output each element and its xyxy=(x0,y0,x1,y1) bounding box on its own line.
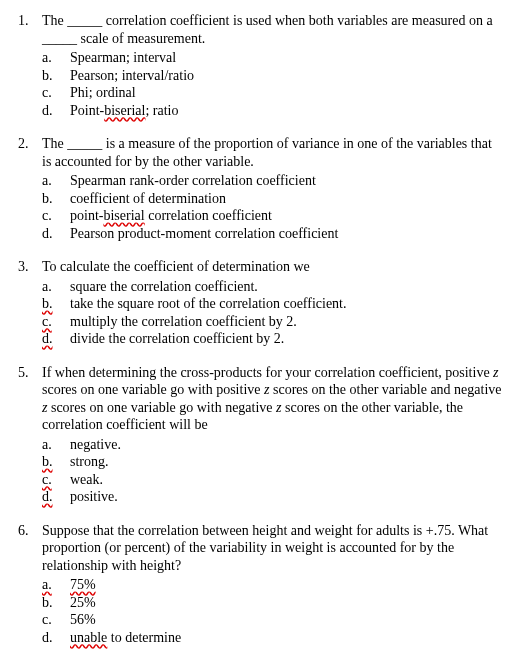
option-label: d. xyxy=(42,225,70,243)
option: a.negative. xyxy=(42,436,503,454)
option: b.strong. xyxy=(42,453,503,471)
option-label: c. xyxy=(42,611,70,629)
question-body: The _____ is a measure of the proportion… xyxy=(42,135,503,242)
question-number: 5. xyxy=(18,364,42,506)
option-text: multiply the correlation coefficient by … xyxy=(70,313,503,331)
option-label: b. xyxy=(42,453,70,471)
option-text: take the square root of the correlation … xyxy=(70,295,503,313)
question-number: 1. xyxy=(18,12,42,119)
option: b.take the square root of the correlatio… xyxy=(42,295,503,313)
question-number: 2. xyxy=(18,135,42,242)
option-label: a. xyxy=(42,49,70,67)
option-text: unable to determine xyxy=(70,629,503,647)
option: a.square the correlation coefficient. xyxy=(42,278,503,296)
option: b.coefficient of determination xyxy=(42,190,503,208)
option-label: b. xyxy=(42,295,70,313)
option-label: d. xyxy=(42,629,70,647)
option: a.Spearman; interval xyxy=(42,49,503,67)
option-text: square the correlation coefficient. xyxy=(70,278,503,296)
option: d.divide the correlation coefficient by … xyxy=(42,330,503,348)
question: 2.The _____ is a measure of the proporti… xyxy=(18,135,503,242)
option-text: Spearman; interval xyxy=(70,49,503,67)
option: d.Pearson product-moment correlation coe… xyxy=(42,225,503,243)
option-label: c. xyxy=(42,471,70,489)
question-body: To calculate the coefficient of determin… xyxy=(42,258,503,348)
option-label: d. xyxy=(42,102,70,120)
question-stem: If when determining the cross-products f… xyxy=(42,364,503,434)
option-text: 75% xyxy=(70,576,503,594)
option: d.unable to determine xyxy=(42,629,503,647)
option-label: c. xyxy=(42,84,70,102)
option-text: Pearson product-moment correlation coeff… xyxy=(70,225,503,243)
option-label: d. xyxy=(42,330,70,348)
option-label: a. xyxy=(42,278,70,296)
question-stem: Suppose that the correlation between hei… xyxy=(42,522,503,575)
option: c.weak. xyxy=(42,471,503,489)
question-body: The _____ correlation coefficient is use… xyxy=(42,12,503,119)
option-text: Pearson; interval/ratio xyxy=(70,67,503,85)
question: 5.If when determining the cross-products… xyxy=(18,364,503,506)
option: c.56% xyxy=(42,611,503,629)
option: b.Pearson; interval/ratio xyxy=(42,67,503,85)
option-text: positive. xyxy=(70,488,503,506)
question-body: If when determining the cross-products f… xyxy=(42,364,503,506)
option-label: d. xyxy=(42,488,70,506)
option-text: Spearman rank-order correlation coeffici… xyxy=(70,172,503,190)
question-number: 6. xyxy=(18,522,42,647)
option-text: point-biserial correlation coefficient xyxy=(70,207,503,225)
option-text: Phi; ordinal xyxy=(70,84,503,102)
question-stem: To calculate the coefficient of determin… xyxy=(42,258,503,276)
question-body: Suppose that the correlation between hei… xyxy=(42,522,503,647)
option-label: a. xyxy=(42,172,70,190)
option-label: b. xyxy=(42,190,70,208)
options-list: a.negative.b.strong.c.weak.d.positive. xyxy=(42,436,503,506)
option: c.point-biserial correlation coefficient xyxy=(42,207,503,225)
options-list: a.75%b.25%c.56%d.unable to determine xyxy=(42,576,503,646)
quiz-container: 1.The _____ correlation coefficient is u… xyxy=(18,12,503,655)
option-text: 25% xyxy=(70,594,503,612)
option-text: coefficient of determination xyxy=(70,190,503,208)
question: 1.The _____ correlation coefficient is u… xyxy=(18,12,503,119)
option-text: divide the correlation coefficient by 2. xyxy=(70,330,503,348)
option: d.positive. xyxy=(42,488,503,506)
option: c.Phi; ordinal xyxy=(42,84,503,102)
option-label: c. xyxy=(42,313,70,331)
option-text: negative. xyxy=(70,436,503,454)
option-label: b. xyxy=(42,67,70,85)
option-text: Point-biserial; ratio xyxy=(70,102,503,120)
option: b.25% xyxy=(42,594,503,612)
question: 3.To calculate the coefficient of determ… xyxy=(18,258,503,348)
option: a.75% xyxy=(42,576,503,594)
options-list: a.Spearman rank-order correlation coeffi… xyxy=(42,172,503,242)
option: c.multiply the correlation coefficient b… xyxy=(42,313,503,331)
question-stem: The _____ is a measure of the proportion… xyxy=(42,135,503,170)
option-label: c. xyxy=(42,207,70,225)
option-label: a. xyxy=(42,436,70,454)
question: 6.Suppose that the correlation between h… xyxy=(18,522,503,647)
option-text: 56% xyxy=(70,611,503,629)
options-list: a.square the correlation coefficient.b.t… xyxy=(42,278,503,348)
question-number: 3. xyxy=(18,258,42,348)
question-stem: The _____ correlation coefficient is use… xyxy=(42,12,503,47)
option-text: strong. xyxy=(70,453,503,471)
option: a.Spearman rank-order correlation coeffi… xyxy=(42,172,503,190)
option-text: weak. xyxy=(70,471,503,489)
option: d.Point-biserial; ratio xyxy=(42,102,503,120)
option-label: b. xyxy=(42,594,70,612)
options-list: a.Spearman; intervalb.Pearson; interval/… xyxy=(42,49,503,119)
option-label: a. xyxy=(42,576,70,594)
